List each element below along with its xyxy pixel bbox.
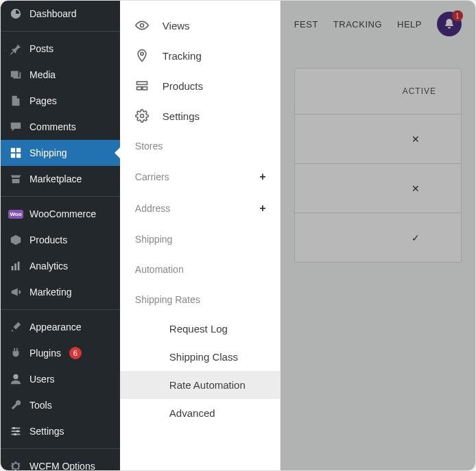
section-label: Stores xyxy=(135,141,163,152)
rates-request-log[interactable]: Request Log xyxy=(120,315,280,343)
section-label: Shipping xyxy=(135,234,173,245)
gear-icon xyxy=(9,459,23,471)
sliders-icon xyxy=(9,424,23,438)
brush-icon xyxy=(9,320,23,334)
sub-child-label: Request Log xyxy=(169,323,228,335)
notif-count: 1 xyxy=(452,10,463,21)
topbar-link-fest[interactable]: FEST xyxy=(294,19,318,29)
sidebar-item-appearance[interactable]: Appearance xyxy=(1,314,120,340)
store-icon xyxy=(9,172,23,186)
table-row[interactable]: ✓ xyxy=(294,213,462,263)
sidebar-item-label: Comments xyxy=(29,121,76,132)
table-row[interactable]: ✕ xyxy=(294,164,462,213)
section-stores[interactable]: Stores xyxy=(120,131,280,161)
sidebar-item-plugins[interactable]: Plugins 6 xyxy=(1,340,120,366)
submenu-products[interactable]: Products xyxy=(120,71,280,101)
page-icon xyxy=(9,94,23,108)
chart-icon xyxy=(9,259,23,273)
sidebar-item-dashboard[interactable]: Dashboard xyxy=(1,1,120,27)
svg-point-17 xyxy=(140,114,143,118)
sidebar-item-marketplace[interactable]: Marketplace xyxy=(1,166,120,192)
topbar-link-tracking[interactable]: TRACKING xyxy=(333,19,382,29)
sidebar-item-label: Shipping xyxy=(29,147,67,158)
submenu-label: Products xyxy=(163,80,203,92)
rates-shipping-class[interactable]: Shipping Class xyxy=(120,343,280,371)
sidebar-item-comments[interactable]: Comments xyxy=(1,114,120,140)
column-active: ACTIVE xyxy=(403,86,436,96)
active-status: ✕ xyxy=(412,183,420,194)
sidebar-item-label: Users xyxy=(29,374,55,385)
sidebar-item-media[interactable]: Media xyxy=(1,62,120,88)
active-status: ✓ xyxy=(412,232,420,243)
user-icon xyxy=(9,372,23,386)
sidebar-item-settings[interactable]: Settings xyxy=(1,418,120,444)
submenu-label: Tracking xyxy=(163,50,202,62)
sidebar-item-wcfm[interactable]: WCFM Options xyxy=(1,453,120,471)
sidebar-item-label: Dashboard xyxy=(29,8,77,19)
sidebar-item-label: Products xyxy=(29,234,67,245)
woo-icon: Woo xyxy=(9,207,23,221)
layout-icon xyxy=(135,79,149,93)
sidebar-item-tools[interactable]: Tools xyxy=(1,392,120,418)
svg-rect-1 xyxy=(16,148,21,152)
submenu-views[interactable]: Views xyxy=(120,10,280,40)
table-header: ACTIVE xyxy=(294,68,462,114)
svg-point-10 xyxy=(14,433,16,436)
comment-icon xyxy=(9,120,23,134)
sidebar-item-label: Appearance xyxy=(29,322,82,333)
pin-icon xyxy=(9,42,23,56)
main-content: FEST TRACKING HELP 1 ACTIVE ✕ ✕ ✓ xyxy=(281,1,475,470)
svg-rect-0 xyxy=(11,148,15,152)
sidebar-item-label: Analytics xyxy=(29,261,68,271)
submenu-label: Settings xyxy=(163,110,200,122)
notification-bell[interactable]: 1 xyxy=(437,12,462,36)
rates-advanced[interactable]: Advanced xyxy=(120,399,280,427)
sidebar-item-users[interactable]: Users xyxy=(1,366,120,392)
svg-rect-14 xyxy=(136,82,147,84)
sidebar-item-posts[interactable]: Posts xyxy=(1,36,120,62)
shipping-submenu: Views Tracking Products Settings Stores … xyxy=(120,1,281,470)
section-shipping-rates[interactable]: Shipping Rates xyxy=(120,285,280,315)
sidebar-item-label: Tools xyxy=(29,400,52,411)
sidebar-item-label: Marketplace xyxy=(29,173,82,184)
sidebar-item-label: Marketing xyxy=(29,287,71,298)
sidebar-item-marketing[interactable]: Marketing xyxy=(1,279,120,305)
section-carriers[interactable]: Carriers + xyxy=(120,161,280,193)
sidebar-item-label: Plugins xyxy=(29,348,61,359)
wp-admin-sidebar: Dashboard Posts Media Pages Comments Shi… xyxy=(1,1,120,470)
svg-rect-5 xyxy=(14,263,16,270)
sidebar-item-label: Settings xyxy=(29,426,64,437)
sidebar-item-woocommerce[interactable]: Woo WooCommerce xyxy=(1,201,120,227)
rates-rate-automation[interactable]: Rate Automation xyxy=(120,371,280,399)
section-address[interactable]: Address + xyxy=(120,193,280,224)
dashboard-icon xyxy=(9,7,23,21)
eye-icon xyxy=(135,19,149,32)
svg-rect-4 xyxy=(12,266,14,270)
section-shipping[interactable]: Shipping xyxy=(120,224,280,254)
plugins-badge: 6 xyxy=(69,347,82,359)
section-label: Address xyxy=(135,203,170,214)
svg-rect-2 xyxy=(11,154,15,158)
location-icon xyxy=(135,49,149,62)
sidebar-item-pages[interactable]: Pages xyxy=(1,88,120,114)
plus-icon[interactable]: + xyxy=(259,202,265,215)
grid-icon xyxy=(9,146,23,160)
submenu-settings[interactable]: Settings xyxy=(120,101,280,131)
sidebar-item-shipping[interactable]: Shipping xyxy=(1,140,120,166)
active-status: ✕ xyxy=(412,134,420,145)
submenu-label: Views xyxy=(163,20,190,32)
plug-icon xyxy=(9,346,23,360)
sidebar-item-label: Pages xyxy=(29,95,57,106)
topbar-link-help[interactable]: HELP xyxy=(397,19,422,29)
section-label: Carriers xyxy=(135,171,169,182)
sidebar-item-products[interactable]: Products xyxy=(1,227,120,253)
table-row[interactable]: ✕ xyxy=(294,114,462,164)
sidebar-item-analytics[interactable]: Analytics xyxy=(1,253,120,279)
megaphone-icon xyxy=(9,285,23,299)
sidebar-item-label: WooCommerce xyxy=(29,208,96,219)
section-automation[interactable]: Automation xyxy=(120,254,280,285)
svg-point-8 xyxy=(13,427,16,430)
submenu-tracking[interactable]: Tracking xyxy=(120,40,280,71)
plus-icon[interactable]: + xyxy=(259,171,265,183)
svg-point-12 xyxy=(140,24,143,27)
